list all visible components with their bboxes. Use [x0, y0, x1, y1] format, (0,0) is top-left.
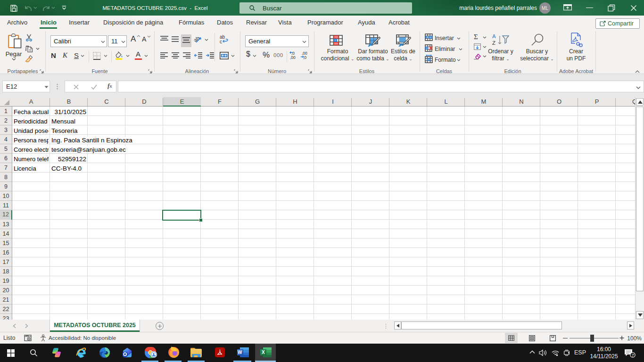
svg-text:7: 7 [632, 353, 634, 358]
svg-text:,00: ,00 [290, 55, 296, 59]
svg-text:c: c [220, 39, 222, 44]
svg-text:,0: ,0 [303, 55, 306, 59]
svg-text:A: A [492, 33, 496, 39]
svg-text:Z: Z [492, 40, 495, 46]
